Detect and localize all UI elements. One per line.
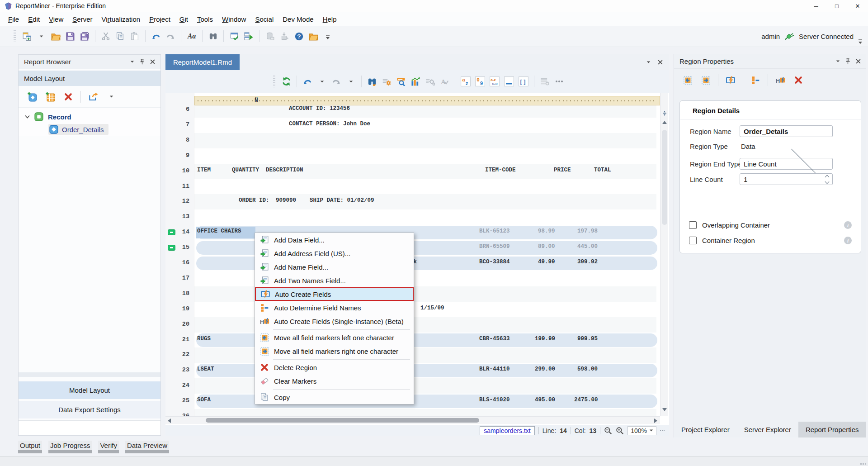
new-report-button[interactable] bbox=[20, 29, 33, 44]
auto-create-fields-button[interactable] bbox=[722, 72, 739, 88]
cut-button[interactable] bbox=[99, 29, 113, 44]
line-count-spinner[interactable]: 1 bbox=[740, 173, 833, 185]
menu-project[interactable]: Project bbox=[145, 14, 175, 25]
chart-button[interactable] bbox=[409, 74, 422, 89]
horizontal-scroll-thumb[interactable] bbox=[206, 418, 479, 423]
toolbar-overflow-button[interactable] bbox=[321, 29, 335, 45]
more-button[interactable] bbox=[552, 74, 566, 89]
region-name-input[interactable] bbox=[740, 125, 833, 137]
add-region-button[interactable] bbox=[24, 89, 41, 105]
editor-line-9[interactable] bbox=[194, 148, 660, 164]
editor-line-8[interactable] bbox=[194, 133, 660, 148]
database-gray-button[interactable] bbox=[263, 29, 277, 44]
menu-dev-mode[interactable]: Dev Mode bbox=[278, 14, 318, 25]
zoom-out-icon[interactable] bbox=[604, 427, 612, 435]
resize-grip[interactable] bbox=[660, 430, 665, 431]
move-left-button[interactable] bbox=[679, 72, 696, 88]
menu-file[interactable]: File bbox=[4, 14, 24, 25]
editor-line-10[interactable]: ITEMQUANTITYDESCRIPTIONITEM-CODEPRICETOT… bbox=[194, 164, 660, 179]
zoom-level-dropdown[interactable]: 100% bbox=[627, 426, 656, 435]
tree-item-order-details[interactable]: Order_Details bbox=[19, 123, 160, 136]
zoom-in-icon[interactable] bbox=[616, 427, 624, 435]
redo-gray-button[interactable] bbox=[330, 74, 343, 89]
import-gray-button[interactable] bbox=[278, 29, 291, 44]
scroll-up-icon[interactable] bbox=[662, 121, 667, 124]
toolbar-grip[interactable] bbox=[273, 76, 275, 87]
search-doc-button[interactable] bbox=[394, 74, 408, 89]
batch-gray-button[interactable] bbox=[423, 74, 437, 89]
container-region-checkbox[interactable] bbox=[689, 237, 697, 244]
menu-item-add-two-names-field[interactable]: Add Two Names Field... bbox=[255, 274, 414, 287]
nav-model-layout[interactable]: Model Layout bbox=[19, 381, 160, 399]
close-icon[interactable] bbox=[856, 59, 861, 64]
menu-server[interactable]: Server bbox=[68, 14, 97, 25]
menu-help[interactable]: Help bbox=[318, 14, 341, 25]
preview-window-button[interactable] bbox=[227, 29, 241, 44]
menu-tools[interactable]: Tools bbox=[193, 14, 217, 25]
pin-icon[interactable] bbox=[140, 59, 145, 65]
spin-up-icon[interactable] bbox=[825, 175, 830, 179]
open-folder-button[interactable] bbox=[307, 29, 320, 44]
export-gear-button[interactable] bbox=[380, 74, 393, 89]
scroll-right-icon[interactable] bbox=[654, 418, 657, 423]
horizontal-scrollbar[interactable] bbox=[165, 416, 660, 424]
binoculars-color-button[interactable] bbox=[365, 74, 379, 89]
tab-report-properties[interactable]: Report Properties bbox=[798, 422, 866, 437]
menu-item-add-data-field[interactable]: Add Data Field... bbox=[255, 233, 414, 247]
editor-line-12[interactable]: ORDER ID:909090SHIP DATE: 01/02/09 bbox=[194, 194, 660, 209]
field-az-button[interactable]: az bbox=[459, 74, 472, 89]
dropdown-caret-button[interactable] bbox=[103, 89, 120, 105]
tab-output[interactable]: Output bbox=[18, 441, 42, 453]
scroll-left-icon[interactable] bbox=[168, 418, 171, 423]
region-marker-icon[interactable] bbox=[168, 245, 175, 251]
line-number-gutter[interactable]: 67891011121314151617181920212223242526 bbox=[165, 93, 194, 416]
split-handle-icon[interactable] bbox=[662, 111, 667, 116]
editor-line-26[interactable] bbox=[194, 409, 660, 416]
editor-line-7[interactable]: CONTACT PERSON: John Doe bbox=[194, 118, 660, 133]
move-right-button[interactable] bbox=[697, 72, 714, 88]
menu-social[interactable]: Social bbox=[250, 14, 278, 25]
menu-item-copy[interactable]: Copy bbox=[255, 390, 414, 404]
toolbar-grip[interactable] bbox=[14, 30, 16, 42]
tab-close-icon[interactable] bbox=[658, 60, 663, 65]
chevron-down-icon[interactable] bbox=[25, 115, 30, 119]
refresh-button[interactable] bbox=[279, 74, 293, 89]
menu-git[interactable]: Git bbox=[175, 14, 193, 25]
open-folder-button[interactable] bbox=[49, 29, 62, 44]
spin-down-icon[interactable] bbox=[825, 179, 830, 184]
field-09-button[interactable]: 09 bbox=[473, 74, 487, 89]
save-all-button[interactable] bbox=[78, 29, 91, 44]
help-button[interactable]: ? bbox=[292, 29, 306, 44]
close-icon[interactable] bbox=[150, 59, 155, 64]
tab-server-explorer[interactable]: Server Explorer bbox=[737, 422, 798, 437]
overlapping-container-checkbox[interactable] bbox=[689, 221, 697, 229]
tree-item-record[interactable]: Record bbox=[19, 110, 160, 123]
region-marker-icon[interactable] bbox=[168, 229, 175, 235]
field-underscore-button[interactable] bbox=[502, 74, 516, 89]
menu-view[interactable]: View bbox=[44, 14, 68, 25]
export-arrow-button[interactable] bbox=[85, 89, 102, 105]
menu-item-delete-region[interactable]: Delete Region bbox=[255, 361, 414, 374]
run-window-button[interactable] bbox=[242, 29, 255, 44]
tab-reportmodel1[interactable]: ReportModel1.Rmd bbox=[165, 54, 240, 70]
editor-line-11[interactable] bbox=[194, 179, 660, 195]
info-icon[interactable]: i bbox=[844, 237, 852, 244]
close-button[interactable]: ✕ bbox=[847, 0, 868, 12]
tab-list-caret-icon[interactable] bbox=[646, 61, 651, 64]
panel-menu-caret-icon[interactable] bbox=[130, 60, 134, 63]
column-ruler[interactable]: Ñ bbox=[194, 96, 660, 105]
maximize-button[interactable]: □ bbox=[826, 0, 847, 12]
panel-menu-caret-icon[interactable] bbox=[836, 60, 840, 63]
redo-gray-button[interactable] bbox=[164, 29, 177, 44]
tab-verify[interactable]: Verify bbox=[98, 441, 119, 453]
vertical-scroll-thumb[interactable] bbox=[662, 130, 667, 225]
font-av-gray-button[interactable]: A bbox=[438, 74, 451, 89]
pin-icon[interactable] bbox=[845, 58, 850, 64]
tab-project-explorer[interactable]: Project Explorer bbox=[674, 422, 737, 437]
menu-item-clear-markers[interactable]: Clear Markers bbox=[255, 374, 414, 388]
save-button[interactable] bbox=[63, 29, 77, 44]
source-file-badge[interactable]: sampleorders.txt bbox=[480, 426, 534, 435]
undo-button[interactable] bbox=[149, 29, 163, 44]
nav-data-export-settings[interactable]: Data Export Settings bbox=[19, 401, 160, 418]
undo-button[interactable] bbox=[301, 74, 314, 89]
